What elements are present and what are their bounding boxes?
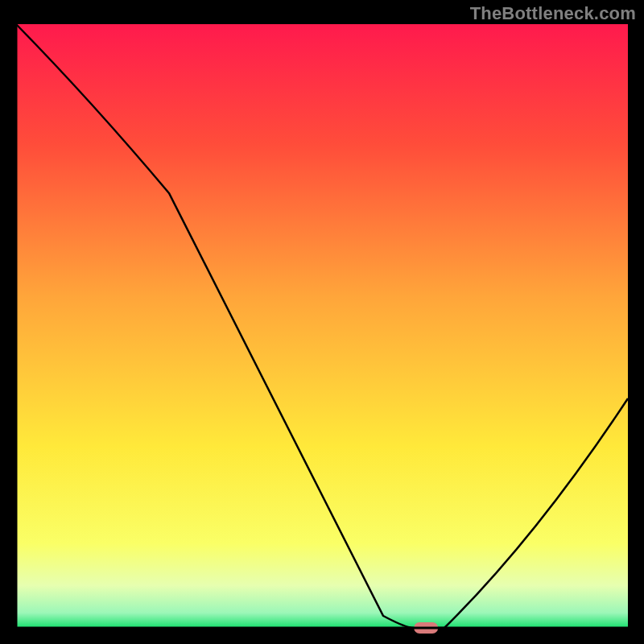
plot-area (16, 24, 628, 628)
watermark-text: TheBottleneck.com (470, 3, 636, 24)
chart-container: TheBottleneck.com (0, 0, 644, 644)
bottleneck-chart (0, 0, 644, 644)
